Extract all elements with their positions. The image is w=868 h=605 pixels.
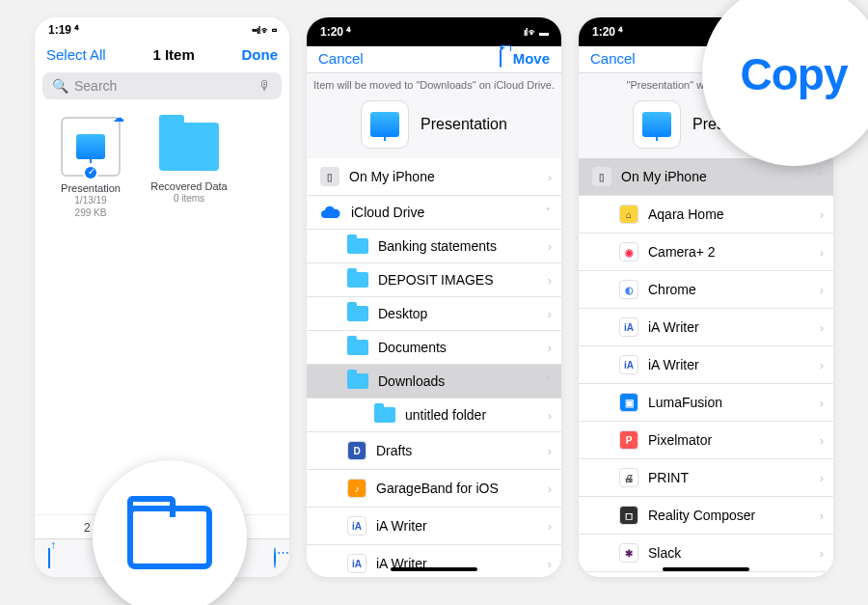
app-icon: P (619, 430, 638, 450)
chevron-right-icon: › (820, 245, 824, 260)
location-row[interactable]: iAiA Writer› (307, 545, 561, 577)
chevron-right-icon: › (820, 358, 824, 372)
chevron-right-icon: › (548, 239, 552, 254)
location-list[interactable]: ▯On My iPhone˅⌂Aqara Home›◉Camera+ 2›◐Ch… (579, 158, 833, 577)
location-label: Desktop (378, 306, 427, 321)
location-row[interactable]: Desktop› (307, 297, 561, 331)
location-row[interactable]: Banking statements› (307, 230, 561, 263)
app-icon: iA (619, 317, 638, 337)
app-icon: ◐ (619, 280, 638, 299)
location-row[interactable]: iAiA Writer› (307, 508, 561, 545)
select-all-button[interactable]: Select All (46, 46, 106, 63)
new-folder-icon (500, 49, 502, 68)
folder-icon (347, 373, 368, 389)
location-label: Banking statements (378, 238, 497, 254)
keynote-icon (642, 112, 671, 137)
location-row[interactable]: PPixelmator› (579, 422, 833, 459)
item-thumbnail (633, 100, 681, 149)
share-button[interactable] (48, 548, 50, 568)
location-label: On My iPhone (621, 169, 707, 184)
location-label: LumaFusion (648, 395, 722, 410)
keynote-icon (76, 134, 105, 159)
share-icon (48, 548, 50, 568)
location-row[interactable]: ◐Chrome› (579, 271, 833, 309)
app-icon: ⌂ (619, 205, 638, 224)
home-indicator (663, 567, 749, 571)
new-folder-button[interactable] (500, 50, 502, 67)
location-row[interactable]: ⌂Aqara Home› (579, 196, 833, 234)
location-row[interactable]: iAiA Writer› (579, 309, 833, 346)
location-row[interactable]: iAiA Writer› (579, 346, 833, 384)
location-row[interactable]: ▢Tile› (579, 572, 833, 577)
app-icon: iA (347, 516, 366, 536)
dictation-icon[interactable]: 🎙 (258, 78, 272, 94)
location-list[interactable]: ▯On My iPhone›iCloud Drive˅Banking state… (307, 158, 561, 577)
move-button[interactable]: Move (513, 50, 550, 67)
more-button[interactable] (274, 548, 276, 568)
location-label: Documents (378, 340, 447, 355)
callout-move-folder (93, 460, 247, 605)
chevron-right-icon: › (820, 509, 824, 523)
file-date: 1/13/19 (52, 194, 129, 206)
cancel-button[interactable]: Cancel (318, 50, 364, 67)
folder-meta: 0 items (150, 192, 228, 205)
location-row[interactable]: ◉Camera+ 2› (579, 234, 833, 271)
chevron-right-icon: › (548, 170, 552, 184)
item-thumbnail (361, 100, 409, 149)
keynote-icon (370, 112, 399, 137)
search-input[interactable]: 🔍 Search 🎙 (42, 72, 282, 99)
folder-recovered-data[interactable]: Recovered Data 0 items (150, 117, 228, 219)
app-icon: D (347, 441, 366, 460)
chevron-right-icon: › (548, 557, 552, 571)
chevron-right-icon: › (548, 273, 552, 288)
folder-outline-icon (127, 506, 212, 569)
device-icon: ▯ (320, 167, 339, 186)
more-icon (274, 547, 276, 568)
cancel-button[interactable]: Cancel (590, 50, 636, 67)
device-icon: ▯ (592, 167, 611, 186)
location-row[interactable]: ▯On My iPhone› (307, 158, 561, 196)
location-label: Camera+ 2 (648, 244, 716, 260)
folder-icon (347, 306, 368, 321)
location-label: DEPOSIT IMAGES (378, 272, 494, 288)
app-icon: ✱ (619, 543, 638, 563)
folder-icon (159, 123, 219, 171)
folder-icon (374, 407, 395, 423)
app-icon: ◻ (619, 506, 638, 525)
location-row[interactable]: Documents› (307, 331, 561, 365)
file-presentation[interactable]: ☁︎ Presentation 1/13/19 299 KB (52, 117, 129, 219)
location-label: iCloud Drive (351, 205, 424, 220)
item-preview: Presentation (307, 100, 561, 158)
folder-name: Recovered Data (150, 180, 228, 192)
chevron-right-icon: › (548, 481, 552, 496)
copy-label: Copy (741, 48, 848, 100)
status-time: 1:20 ⁴ (592, 25, 623, 39)
location-label: Aqara Home (648, 206, 724, 222)
file-size: 299 KB (52, 206, 129, 219)
chevron-down-icon: ˅ (545, 374, 552, 389)
location-row[interactable]: iCloud Drive˅ (307, 196, 561, 230)
chevron-down-icon: ˅ (817, 170, 824, 184)
app-icon: iA (619, 355, 638, 374)
location-row[interactable]: DEPOSIT IMAGES› (307, 263, 561, 297)
chevron-right-icon: › (820, 433, 824, 448)
location-row[interactable]: Downloads˅ (307, 365, 561, 399)
chevron-right-icon: › (548, 444, 552, 458)
location-row[interactable]: untitled folder› (307, 399, 561, 432)
app-icon: ◉ (619, 242, 638, 261)
done-button[interactable]: Done (242, 46, 279, 63)
location-row[interactable]: DDrafts› (307, 432, 561, 470)
location-row[interactable]: 🖨PRINT› (579, 459, 833, 497)
phone-move-sheet: 1:20 ⁴ ıl ᯤ ▬ Cancel Move Item will be m… (307, 17, 561, 577)
location-row[interactable]: ◻Reality Composer› (579, 497, 833, 535)
location-label: Chrome (648, 282, 696, 297)
icloud-icon (320, 205, 341, 220)
status-time: 1:20 ⁴ (320, 25, 351, 39)
status-icons: ••ıl ᯤ ▭ (252, 25, 276, 36)
app-icon: 🖨 (619, 468, 638, 487)
location-row[interactable]: ♪GarageBand for iOS› (307, 470, 561, 508)
status-bar: 1:20 ⁴ ıl ᯤ ▬ (307, 17, 561, 46)
location-label: Pixelmator (648, 432, 712, 448)
location-row[interactable]: ▣LumaFusion› (579, 384, 833, 422)
folder-icon (347, 238, 368, 254)
